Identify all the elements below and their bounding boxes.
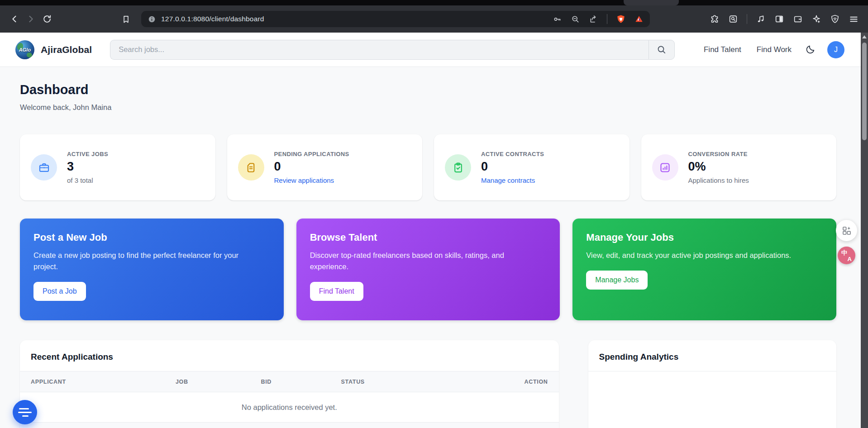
fab-lines-icon <box>19 408 29 409</box>
column-status: STATUS <box>341 379 473 385</box>
page-title: Dashboard <box>20 82 836 97</box>
bookmark-icon <box>121 14 131 24</box>
stat-card-pending-applications: PENDING APPLICATIONS 0 Review applicatio… <box>227 134 423 200</box>
active-tab[interactable] <box>624 0 679 5</box>
share-button[interactable] <box>589 14 598 24</box>
zoom-out-button[interactable] <box>571 14 580 24</box>
key-icon <box>553 14 562 24</box>
tab-search-icon <box>728 14 738 24</box>
password-key-button[interactable] <box>553 14 562 24</box>
review-applications-link[interactable]: Review applications <box>274 176 334 184</box>
recent-applications-card: Recent Applications APPLICANT JOB BID ST… <box>20 340 559 428</box>
quick-actions-row: Post a New Job Create a new job posting … <box>20 219 836 320</box>
stat-sub: Applications to hires <box>688 176 749 184</box>
url-bar-divider <box>607 14 607 24</box>
column-action: ACTION <box>473 379 548 385</box>
moon-icon <box>805 44 816 55</box>
post-a-job-button[interactable]: Post a Job <box>33 282 86 301</box>
manage-contracts-link[interactable]: Manage contracts <box>481 176 535 184</box>
brave-rewards-button[interactable] <box>634 14 644 24</box>
web-page: AGlo AjiraGlobal Find Talent Find Work J… <box>0 33 861 428</box>
action-title: Post a New Job <box>33 232 270 243</box>
reload-icon <box>42 14 52 24</box>
stat-card-active-jobs: ACTIVE JOBS 3 of 3 total <box>20 134 215 200</box>
bar-chart-icon <box>652 154 678 181</box>
extensions-button[interactable] <box>710 14 720 24</box>
extensions-puzzle-icon <box>710 14 720 24</box>
toolbar-divider <box>747 14 747 24</box>
site-header: AGlo AjiraGlobal Find Talent Find Work J <box>0 33 861 67</box>
search-input[interactable] <box>110 40 649 60</box>
widgets-icon <box>841 225 852 236</box>
brave-shield-icon <box>616 14 626 24</box>
wallet-button[interactable] <box>793 14 803 24</box>
menu-fab[interactable] <box>13 400 37 424</box>
dashboard-content: Dashboard Welcome back, John Maina ACTIV… <box>0 82 861 428</box>
back-button[interactable] <box>6 11 23 27</box>
manage-jobs-button[interactable]: Manage Jobs <box>586 271 648 290</box>
brand-name: AjiraGlobal <box>41 44 92 55</box>
sidebar-toggle-button[interactable] <box>774 14 784 24</box>
welcome-message: Welcome back, John Maina <box>20 103 836 112</box>
column-applicant: APPLICANT <box>31 379 176 385</box>
translate-fab[interactable]: 中 A <box>838 247 855 264</box>
browser-menu-button[interactable] <box>849 14 859 24</box>
zoom-out-icon <box>571 14 580 24</box>
find-talent-button[interactable]: Find Talent <box>310 282 363 301</box>
ajiraglobal-logo: AGlo <box>15 40 34 59</box>
share-icon <box>589 14 598 24</box>
action-title: Manage Your Jobs <box>586 232 823 243</box>
nav-find-work[interactable]: Find Work <box>757 45 792 54</box>
translate-icon: 中 <box>841 249 847 257</box>
manage-jobs-card: Manage Your Jobs View, edit, and track y… <box>572 219 836 320</box>
applications-table-header: APPLICANT JOB BID STATUS ACTION <box>20 371 559 392</box>
brand[interactable]: AGlo AjiraGlobal <box>15 40 92 59</box>
widgets-fab[interactable] <box>836 220 857 241</box>
url-bar[interactable]: 127.0.0.1:8080/client/dashboard <box>141 11 650 27</box>
forward-button[interactable] <box>23 11 39 27</box>
leo-ai-button[interactable] <box>811 14 821 24</box>
tab-strip <box>0 0 868 5</box>
stat-label: CONVERSION RATE <box>688 151 749 157</box>
brave-shields-button[interactable] <box>616 14 626 24</box>
action-title: Browse Talent <box>310 232 547 243</box>
briefcase-icon <box>31 154 57 181</box>
stat-value: 0 <box>274 160 349 174</box>
post-job-card: Post a New Job Create a new job posting … <box>20 219 284 320</box>
hamburger-menu-icon <box>849 14 859 24</box>
spending-analytics-card: Spending Analytics <box>588 340 836 428</box>
media-button[interactable] <box>756 14 766 24</box>
column-bid: BID <box>261 379 341 385</box>
scrollbar-thumb[interactable] <box>862 43 867 140</box>
stats-row: ACTIVE JOBS 3 of 3 total PENDING APPLICA… <box>20 134 836 200</box>
tab-search-button[interactable] <box>728 14 738 24</box>
stat-card-conversion-rate: CONVERSION RATE 0% Applications to hires <box>641 134 837 200</box>
brave-rewards-triangle-icon <box>634 14 644 24</box>
scrollbar-up-arrow[interactable] <box>862 35 867 38</box>
url-bar-actions <box>553 14 644 24</box>
url-text: 127.0.0.1:8080/client/dashboard <box>161 15 264 23</box>
forward-icon <box>26 14 36 24</box>
site-info-icon[interactable] <box>148 15 156 24</box>
browser-toolbar: 127.0.0.1:8080/client/dashboard <box>0 5 868 33</box>
search-button[interactable] <box>649 40 675 60</box>
user-avatar[interactable]: J <box>827 41 844 58</box>
stat-value: 0% <box>688 160 749 174</box>
stat-value: 0 <box>481 160 544 174</box>
back-icon <box>10 14 19 24</box>
page-scrollbar[interactable] <box>861 33 868 428</box>
stat-label: ACTIVE CONTRACTS <box>481 151 544 157</box>
stat-label: ACTIVE JOBS <box>67 151 108 157</box>
action-description: Create a new job posting to find the per… <box>33 250 244 272</box>
stat-sub: of 3 total <box>67 176 108 184</box>
recent-applications-title: Recent Applications <box>20 340 559 371</box>
nav-find-talent[interactable]: Find Talent <box>704 45 741 54</box>
vpn-button[interactable] <box>830 14 840 24</box>
stat-label: PENDING APPLICATIONS <box>274 151 349 157</box>
browser-window: 127.0.0.1:8080/client/dashboard <box>0 0 868 428</box>
dark-mode-toggle[interactable] <box>805 44 816 55</box>
table-footer <box>20 423 559 428</box>
reload-button[interactable] <box>39 11 55 27</box>
bookmark-button[interactable] <box>118 11 134 27</box>
leo-sparkle-icon <box>811 14 821 24</box>
